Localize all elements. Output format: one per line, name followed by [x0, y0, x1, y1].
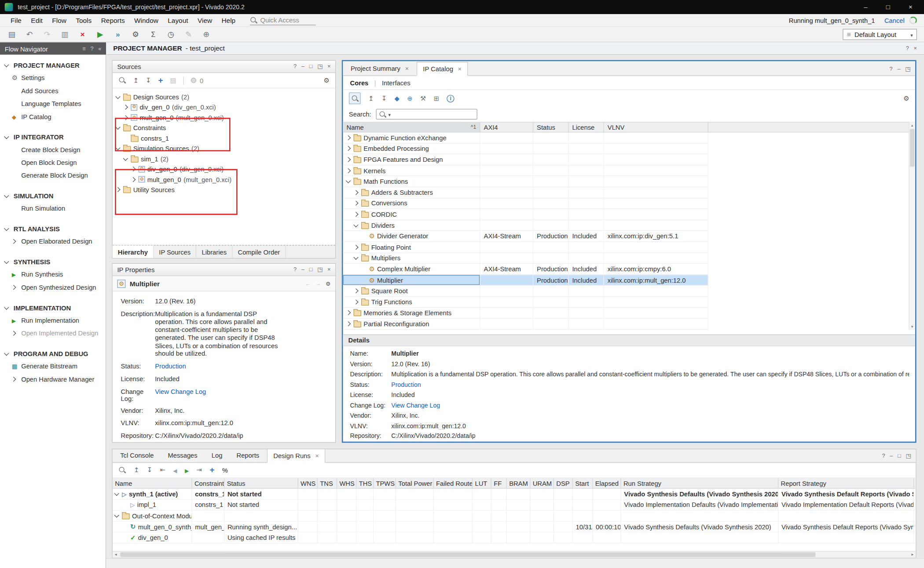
flow-item-generate-block-design[interactable]: Generate Block Design: [0, 169, 106, 182]
sources-tab-ip-sources[interactable]: IP Sources: [154, 245, 196, 258]
flow-section-header-synthesis[interactable]: SYNTHESIS: [0, 256, 106, 268]
sources-panel-header[interactable]: Sources: [113, 61, 335, 73]
field-value[interactable]: Production: [391, 381, 421, 388]
catalog-row-partial-reconfiguration[interactable]: Partial Reconfiguration: [343, 319, 708, 330]
step-back-icon[interactable]: [173, 466, 177, 473]
catalog-row-trig-functions[interactable]: Trig Functions: [343, 297, 708, 308]
column-header-axi4[interactable]: AXI4: [480, 123, 534, 132]
chevron-down-icon[interactable]: [4, 351, 9, 356]
tab-messages[interactable]: Messages: [161, 448, 204, 462]
column-header-dsp[interactable]: DSP: [554, 478, 573, 488]
column-header-status[interactable]: Status: [533, 123, 568, 132]
chevron-right-icon[interactable]: [11, 377, 16, 382]
close-button[interactable]: [906, 4, 915, 11]
float-icon[interactable]: [317, 267, 323, 273]
settings-gear-icon[interactable]: [131, 30, 140, 39]
close-icon[interactable]: [914, 45, 917, 51]
chevron-down-icon[interactable]: [4, 62, 9, 67]
chevron-right-icon[interactable]: [11, 331, 16, 335]
column-header-vlnv[interactable]: VLNV: [604, 123, 708, 132]
field-value[interactable]: Production: [155, 362, 281, 370]
flow-item-open-block-design[interactable]: Open Block Design: [0, 156, 106, 169]
chevron-right-icon[interactable]: [346, 321, 351, 326]
minimize-icon[interactable]: [897, 66, 900, 72]
catalog-row-math-functions[interactable]: Math Functions: [343, 176, 708, 187]
add-ip-icon[interactable]: [407, 95, 412, 102]
flow-item-create-block-design[interactable]: Create Block Design: [0, 143, 106, 156]
scroll-down-icon[interactable]: [909, 323, 915, 330]
chevron-right-icon[interactable]: [346, 168, 351, 173]
scroll-to-source-icon[interactable]: [170, 76, 176, 84]
chevron-right-icon[interactable]: [115, 187, 120, 192]
launch-runs-icon[interactable]: [185, 466, 189, 473]
gear-icon[interactable]: [903, 95, 909, 102]
menu-edit[interactable]: Edit: [26, 15, 48, 25]
column-header-ths[interactable]: THS: [356, 478, 374, 488]
catalog-row-memories-storage-elements[interactable]: Memories & Storage Elements: [343, 308, 708, 319]
column-header-wns[interactable]: WNS: [298, 478, 318, 488]
forward-icon[interactable]: [315, 280, 321, 286]
help-icon[interactable]: [906, 45, 909, 51]
flow-item-language-templates[interactable]: Language Templates: [0, 97, 106, 110]
column-header-bram[interactable]: BRAM: [507, 478, 531, 488]
catalog-search-input[interactable]: [376, 109, 477, 120]
flow-item-run-synthesis[interactable]: Run Synthesis: [0, 268, 106, 280]
back-icon[interactable]: [305, 280, 311, 286]
sources-tab-hierarchy[interactable]: Hierarchy: [113, 245, 154, 258]
flow-item-open-elaborated-design[interactable]: Open Elaborated Design: [0, 235, 106, 248]
chevron-down-icon[interactable]: [4, 259, 9, 264]
gear-icon[interactable]: [323, 76, 329, 84]
relative-units-icon[interactable]: [222, 466, 228, 473]
run-row-mult-gen-0-synth-1[interactable]: mult_gen_0_synth_1mult_gen_0Running synt…: [113, 521, 916, 532]
probe-icon[interactable]: [202, 30, 211, 39]
chevron-down-icon[interactable]: [353, 255, 358, 260]
source-item-mult-gen-0[interactable]: mult_gen_0(mult_gen_0.xci): [113, 113, 335, 123]
source-item-div-gen-0[interactable]: div_gen_0(div_gen_0.xci): [113, 164, 335, 174]
chevron-right-icon[interactable]: [353, 190, 358, 195]
skip-forward-icon[interactable]: [197, 466, 202, 474]
chevron-down-icon[interactable]: [114, 491, 119, 495]
chevron-down-icon[interactable]: [353, 222, 358, 227]
field-value[interactable]: View Change Log: [391, 401, 440, 408]
menu-flow[interactable]: Flow: [48, 15, 71, 25]
minimize-icon[interactable]: [301, 267, 304, 273]
minimize-icon[interactable]: [890, 453, 893, 459]
flow-section-header-simulation[interactable]: SIMULATION: [0, 190, 106, 202]
source-item-utility-sources[interactable]: Utility Sources: [113, 185, 335, 195]
default-hierarchy-icon[interactable]: [395, 95, 400, 102]
sources-tab-compile-order[interactable]: Compile Order: [232, 245, 286, 258]
tab-project-summary[interactable]: Project Summary: [344, 61, 415, 75]
details-splitter[interactable]: [343, 330, 915, 335]
chevron-down-icon[interactable]: [123, 156, 128, 160]
source-item-design-sources[interactable]: Design Sources(2): [113, 92, 335, 102]
column-header-whs[interactable]: WHS: [337, 478, 356, 488]
cancel-run-icon[interactable]: [78, 30, 87, 39]
expand-all-icon[interactable]: [381, 95, 387, 102]
close-icon[interactable]: [327, 64, 330, 69]
ip-properties-panel-header[interactable]: IP Properties: [113, 264, 335, 276]
menu-window[interactable]: Window: [129, 15, 163, 25]
info-icon[interactable]: [447, 95, 454, 102]
flow-section-header-rtl-analysis[interactable]: RTL ANALYSIS: [0, 223, 106, 235]
flow-section-header-ip-integrator[interactable]: IP INTEGRATOR: [0, 131, 106, 143]
chevron-down-icon[interactable]: [115, 146, 120, 150]
column-header-tns[interactable]: TNS: [318, 478, 337, 488]
menu-file[interactable]: File: [6, 15, 26, 25]
reset-runs-icon[interactable]: [160, 466, 165, 474]
column-header-report-strategy[interactable]: Report Strategy: [778, 478, 914, 488]
column-header-lut[interactable]: LUT: [473, 478, 491, 488]
flow-item-generate-bitstream[interactable]: Generate Bitstream: [0, 360, 106, 372]
close-icon[interactable]: [315, 452, 319, 459]
help-icon[interactable]: [90, 46, 93, 51]
menu-reports[interactable]: Reports: [96, 15, 129, 25]
run-steps-icon[interactable]: [113, 30, 122, 39]
column-header-name[interactable]: Name^1: [343, 123, 480, 132]
cancel-link[interactable]: Cancel: [884, 17, 905, 24]
scrollbar-thumb[interactable]: [120, 552, 815, 557]
catalog-row-complex-multiplier[interactable]: Complex MultiplierAXI4-StreamProductionI…: [343, 264, 708, 275]
history-icon[interactable]: [166, 30, 176, 39]
flow-item-settings[interactable]: Settings: [0, 71, 106, 84]
search-icon[interactable]: [118, 466, 126, 474]
flow-section-header-program-and-debug[interactable]: PROGRAM AND DEBUG: [0, 348, 106, 360]
cores-tab[interactable]: Cores: [350, 79, 369, 86]
